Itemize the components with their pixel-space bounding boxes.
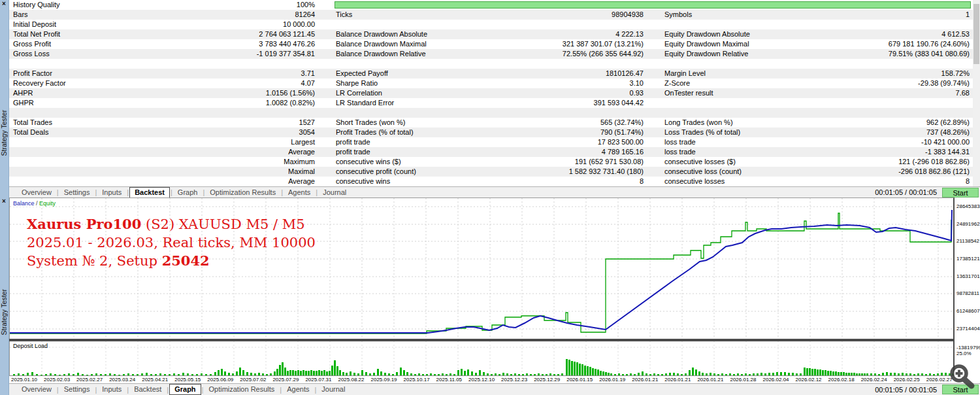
stat-value: Maximal [288, 167, 315, 177]
tab-journal[interactable]: Journal [317, 385, 350, 394]
stats-row[interactable]: Recovery Factor4.07Sharpe Ratio3.10Z-Sco… [9, 78, 973, 88]
stats-row[interactable]: Maximumconsecutive wins ($)191 (652 971 … [9, 157, 973, 167]
stat-label: Gross Loss [13, 49, 50, 59]
x-axis-date-label: 2026.01.21 [664, 377, 691, 383]
tab-backtest[interactable]: Backtest [129, 385, 166, 394]
x-axis-dates: 2025.01.102025.02.032025.02.272025.03.24… [9, 377, 955, 383]
x-axis-date-label: 2025.01.10 [11, 377, 37, 383]
tab-overview[interactable]: Overview [17, 385, 56, 394]
stat-label: Equity Drawdown Maximal [664, 39, 749, 49]
stats-row[interactable]: Averageconsecutive wins8consecutive loss… [9, 177, 973, 186]
stat-label: Total Deals [13, 128, 48, 137]
legend-balance: Balance [13, 200, 35, 207]
stat-value: 1.0156 (1.56%) [266, 88, 315, 98]
stat-value: 1 582 932 731.40 (180) [569, 167, 644, 177]
tab-settings[interactable]: Settings [59, 385, 95, 394]
x-axis-date-label: 2025.10.17 [404, 377, 430, 383]
stats-row-history-quality[interactable]: History Quality 100% [9, 0, 973, 10]
tab-optimization-results[interactable]: Optimization Results [205, 188, 280, 198]
stats-row[interactable] [9, 108, 973, 118]
stat-label: consecutive wins ($) [336, 157, 401, 167]
stat-value: 3054 [299, 128, 315, 137]
stat-value: 391 593 044.42 [594, 98, 644, 108]
stat-label: consecutive losses ($) [664, 157, 736, 167]
scrollbar[interactable] [973, 0, 980, 186]
stats-row[interactable]: Largestprofit trade17 823 500.00loss tra… [9, 137, 973, 147]
x-axis-date-label: 2025.12.10 [468, 377, 495, 383]
stats-row[interactable]: Maximalconsecutive profit (count)1 582 9… [9, 167, 973, 177]
tab-optimization-results[interactable]: Optimization Results [204, 385, 279, 394]
stats-row[interactable]: Profit Factor3.71Expected Payoff1810126.… [9, 69, 973, 78]
tab-inputs[interactable]: Inputs [97, 188, 126, 198]
stat-value: 737 (48.26%) [926, 128, 970, 137]
stats-row[interactable] [9, 59, 973, 69]
balance-equity-chart[interactable]: Balance / Equity Xaurus Pro100 (S2) XAUU… [9, 198, 955, 339]
x-axis-date-label: 2025.12.23 [501, 377, 527, 383]
stat-value: Largest [291, 137, 315, 147]
stat-value: 1810126.47 [606, 69, 644, 78]
scrollbar-thumb[interactable] [973, 4, 979, 64]
tab-inputs[interactable]: Inputs [97, 385, 126, 394]
stat-value: Maximum [284, 157, 315, 167]
x-axis-date-label: 2026.02.04 [762, 377, 789, 383]
close-icon[interactable]: × [2, 198, 6, 205]
stat-value: 158.72% [941, 69, 970, 78]
stats-row[interactable]: Bars81264Ticks98904938Symbols1 [9, 10, 973, 20]
x-axis-date-label: 2025.02.27 [76, 377, 103, 383]
y-axis-label: 61248607 [956, 308, 980, 314]
stat-label: consecutive profit (count) [336, 167, 416, 177]
stat-value: 3 783 440 476.26 [259, 39, 315, 49]
tab-journal[interactable]: Journal [318, 188, 351, 198]
x-axis-date-label: 2025.02.03 [44, 377, 70, 383]
legend-separator: / [35, 200, 40, 207]
tab-agents[interactable]: Agents [284, 188, 315, 198]
tab-overview[interactable]: Overview [17, 188, 56, 198]
stat-label: loss trade [664, 137, 696, 147]
y-axis-label: 21138542 [956, 238, 979, 244]
backtest-stats-table: History Quality 100% Bars81264Ticks98904… [9, 0, 973, 186]
y-axis-label: 17385121 [956, 256, 980, 262]
strategy-tester-window: × Strategy Tester History Quality 100% B… [0, 0, 980, 395]
close-icon[interactable]: × [2, 0, 6, 8]
stats-row[interactable]: GHPR1.0082 (0.82%)LR Standard Error391 5… [9, 98, 973, 108]
stat-label: Sharpe Ratio [336, 78, 378, 88]
x-axis-date-label: 2025.04.21 [142, 377, 168, 383]
x-axis-date-label: 2026.01.28 [730, 377, 756, 383]
deposit-load-panel[interactable]: Deposit Load [9, 341, 955, 376]
stat-value: -29.38 (99.74%) [918, 78, 970, 88]
x-axis-date-label: 2025.09.19 [371, 377, 397, 383]
stat-label: AHPR [13, 88, 33, 98]
stat-value: 79.51% (383 041 080.69) [889, 49, 970, 59]
stats-row[interactable]: Total Trades1527Short Trades (won %)565 … [9, 118, 973, 128]
stats-row[interactable]: Gross Profit3 783 440 476.26Balance Draw… [9, 39, 973, 49]
x-axis-date-label: 2026.01.21 [632, 377, 658, 383]
tab-agents[interactable]: Agents [282, 385, 314, 394]
stat-label: Z-Score [664, 78, 690, 88]
start-button[interactable]: Start [942, 188, 979, 198]
stats-row[interactable]: AHPR1.0156 (1.56%)LR Correlation0.93OnTe… [9, 88, 973, 98]
stats-row[interactable]: Total Deals3054Profit Trades (% of total… [9, 128, 973, 137]
strategy-tester-vertical-label: Strategy Tester [0, 289, 8, 335]
stat-label: GHPR [13, 98, 34, 108]
history-quality-bar [335, 1, 971, 9]
tab-graph[interactable]: Graph [169, 384, 201, 395]
stat-value: 121 (-296 018 862.86) [898, 157, 970, 167]
stats-row[interactable]: Initial Deposit10 000.00 [9, 20, 973, 29]
strategy-tester-side-tab[interactable]: × Strategy Tester [0, 0, 9, 198]
x-axis-date-label: 2025.07.31 [305, 377, 331, 383]
stats-row[interactable]: Averageprofit trade4 789 165.16loss trad… [9, 147, 973, 157]
tab-backtest[interactable]: Backtest [129, 187, 170, 198]
stats-row[interactable]: Gross Loss-1 019 377 354.81Balance Drawd… [9, 49, 973, 59]
stat-label: profit trade [336, 147, 370, 157]
x-axis-date-label: 2025.07.02 [240, 377, 266, 383]
stat-value: 98904938 [612, 10, 644, 20]
tab-graph[interactable]: Graph [173, 188, 203, 198]
x-axis-date-label: 2026.01.15 [566, 377, 593, 383]
stat-label: Short Trades (won %) [336, 118, 405, 128]
strategy-tester-side-tab[interactable]: × Strategy Tester [0, 198, 9, 395]
stat-value: 191 (652 971 530.08) [575, 157, 644, 167]
zoom-in-magnifier-icon [947, 362, 977, 392]
legend-equity: Equity [39, 200, 56, 207]
stats-row[interactable]: Total Net Profit2 764 063 121.45Balance … [9, 29, 973, 39]
tab-settings[interactable]: Settings [59, 188, 95, 198]
